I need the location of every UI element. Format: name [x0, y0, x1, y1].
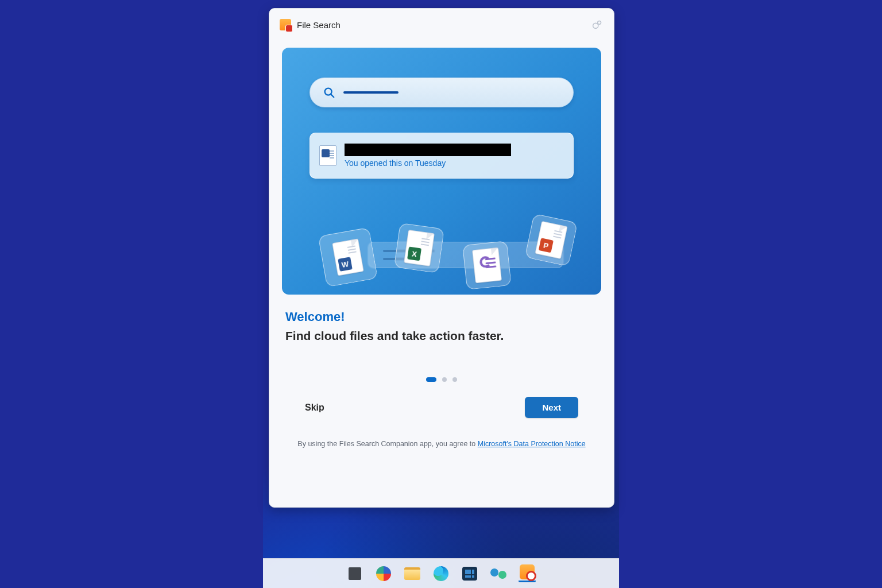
welcome-subheading: Find cloud files and take action faster.: [285, 329, 598, 343]
hero-illustration: W You opened this on Tuesday W X: [282, 48, 601, 295]
taskbar-edge-icon[interactable]: [432, 565, 450, 582]
feedback-icon[interactable]: [591, 18, 604, 31]
dialog-title: File Search: [297, 20, 341, 30]
welcome-heading: Welcome!: [285, 310, 598, 324]
taskbar-copilot-icon[interactable]: [375, 565, 392, 582]
legal-prefix: By using the Files Search Companion app,…: [297, 440, 477, 448]
taskbar-people-icon[interactable]: [490, 565, 507, 582]
carousel-dot-3[interactable]: [452, 377, 457, 382]
carousel-dot-1[interactable]: [426, 377, 436, 382]
loop-tile: [462, 241, 512, 290]
svg-point-1: [598, 21, 601, 24]
carousel-dot-2[interactable]: [442, 377, 447, 382]
word-tile: W: [318, 227, 378, 287]
taskbar-file-explorer-icon[interactable]: [404, 565, 421, 582]
carousel-dots: [269, 377, 614, 382]
legal-link[interactable]: Microsoft's Data Protection Notice: [478, 440, 586, 448]
powerpoint-tile: P: [525, 214, 578, 267]
button-row: Skip Next: [269, 382, 614, 418]
dialog-header: File Search: [269, 9, 614, 41]
svg-point-0: [593, 23, 598, 28]
file-search-onboarding-dialog: File Search W: [269, 8, 614, 508]
taskbar: [263, 558, 619, 588]
next-button[interactable]: Next: [525, 397, 578, 418]
floating-doc-icons: W X P: [282, 48, 601, 295]
excel-tile: X: [394, 223, 444, 273]
taskbar-file-search-icon[interactable]: [519, 565, 536, 582]
taskbar-store-icon[interactable]: [461, 565, 478, 582]
desktop-center-column: File Search W: [263, 0, 619, 588]
onboarding-copy: Welcome! Find cloud files and take actio…: [269, 295, 614, 343]
taskbar-start-icon[interactable]: [346, 565, 363, 582]
file-search-app-icon: [280, 19, 291, 30]
skip-button[interactable]: Skip: [305, 403, 324, 413]
legal-notice: By using the Files Search Companion app,…: [269, 440, 614, 448]
